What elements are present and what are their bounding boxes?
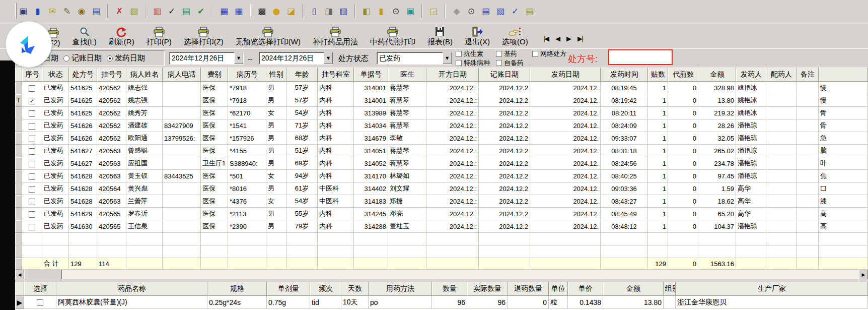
row-selector[interactable] <box>15 119 22 132</box>
pm-doc-icon[interactable]: ◪ <box>285 5 297 17</box>
print-button[interactable]: 打印(P) <box>144 26 174 47</box>
refresh-button[interactable]: 刷新(R) <box>107 26 136 47</box>
scroll-left-button[interactable]: ◀ <box>15 270 24 279</box>
row-selector[interactable] <box>15 220 22 233</box>
nav-prev-button[interactable]: ◀ <box>555 35 559 42</box>
cell: 541626 <box>69 119 97 132</box>
toolbar-drag-handle[interactable] <box>15 3 17 19</box>
thermometer-icon[interactable]: ▮ <box>375 5 387 17</box>
total-cell <box>530 258 601 270</box>
nav-next-button[interactable]: ▶ <box>566 35 570 42</box>
cell <box>797 132 819 145</box>
checkbox-self-provided-drug[interactable]: 自备药 <box>496 58 532 68</box>
row-checkbox[interactable] <box>29 123 35 130</box>
row-selector[interactable] <box>15 82 22 94</box>
cards-icon[interactable]: ▧ <box>494 5 507 17</box>
rx-number-input[interactable] <box>608 49 673 65</box>
cell <box>163 145 201 157</box>
floating-assistant-logo[interactable] <box>6 22 51 67</box>
row-selector[interactable] <box>15 132 22 145</box>
calendar-search-icon[interactable]: ▦ <box>233 5 245 17</box>
total-cell <box>126 258 163 270</box>
date-from-select[interactable]: 2024年12月26日 ▼ <box>169 52 244 65</box>
rx-status-dropdown-button[interactable]: ▼ <box>443 52 452 64</box>
folder-search-icon[interactable]: ◨ <box>323 5 335 17</box>
doc-check2-icon[interactable]: ✓ <box>509 5 521 17</box>
checkbox-special-disease[interactable]: 特殊病种 <box>456 58 496 68</box>
window-find-icon[interactable]: ▥ <box>337 5 349 17</box>
clipboard-add-icon[interactable]: ▤ <box>180 5 192 17</box>
scrollbar-thumb[interactable] <box>25 270 62 279</box>
doc-approve-icon[interactable]: ✔ <box>195 5 207 17</box>
mail-check-icon[interactable]: ✉ <box>46 5 58 17</box>
row-checkbox[interactable] <box>29 161 35 167</box>
device-icon[interactable]: ▣ <box>17 5 29 17</box>
cube-icon[interactable]: ◆ <box>451 5 463 17</box>
horizontal-scrollbar[interactable]: ◀ ▶ <box>15 270 868 279</box>
row-checkbox[interactable]: ✓ <box>29 98 35 104</box>
cell: 已发药 <box>42 94 69 107</box>
row-checkbox[interactable] <box>29 148 35 155</box>
calendar-edit-icon[interactable]: ▦ <box>218 5 230 17</box>
row-selector[interactable] <box>15 157 22 170</box>
rx-status-select[interactable]: 已发药 ▼ <box>377 52 452 65</box>
row-selector[interactable] <box>15 145 22 157</box>
zoom-icon[interactable]: ⊙ <box>465 5 477 17</box>
cell: 65.20 <box>698 208 736 220</box>
magnifier-icon[interactable]: ⊙ <box>390 5 402 17</box>
folder-print-icon[interactable]: ◧ <box>360 5 373 17</box>
exit-button[interactable]: 退出(X) <box>463 26 492 47</box>
date-to-dropdown-button[interactable]: ▼ <box>324 52 333 64</box>
row-checkbox[interactable] <box>29 199 35 205</box>
row-checkbox[interactable] <box>29 224 35 230</box>
records-icon[interactable]: ▤ <box>480 5 492 17</box>
row-selector[interactable] <box>15 195 22 208</box>
checkbox-antibiotic[interactable]: 抗生素 <box>456 49 496 58</box>
radio-dispense-date[interactable]: 发药日期 <box>107 53 145 63</box>
clipboard-out-icon[interactable]: ▥ <box>151 5 163 17</box>
row-selector[interactable] <box>15 208 22 220</box>
row-selector[interactable] <box>15 107 22 119</box>
binoculars-icon[interactable]: ◉ <box>76 5 88 17</box>
clipboard-send-icon[interactable]: ▤ <box>524 5 536 17</box>
row-checkbox[interactable] <box>37 299 43 306</box>
find-button[interactable]: 查找(L) <box>70 26 99 47</box>
export-doc-icon[interactable]: ◲ <box>427 5 440 17</box>
row-checkbox[interactable] <box>29 85 35 92</box>
nav-last-button[interactable]: ▶| <box>577 35 583 42</box>
row-checkbox[interactable] <box>29 211 35 218</box>
options-button[interactable]: 选项(O) <box>500 26 530 47</box>
clipboard-chart-icon[interactable]: ▤ <box>90 5 102 17</box>
select-print-button[interactable]: 选择打印(Z) <box>182 26 226 47</box>
tcm-decoction-print-button[interactable]: 中药代煎打印 <box>368 26 417 47</box>
doc-edit-icon[interactable]: ✎ <box>61 5 73 17</box>
teal-panel-icon[interactable]: ▣ <box>404 5 416 17</box>
bottle-icon[interactable]: ▮ <box>32 5 44 17</box>
nav-first-button[interactable]: |◀ <box>543 35 548 42</box>
radio-booking-date[interactable]: 记账日期 <box>63 53 102 63</box>
new-image-icon[interactable]: ▨ <box>128 5 140 17</box>
date-from-dropdown-button[interactable]: ▼ <box>234 52 243 64</box>
row-selector[interactable]: ▶ <box>15 296 24 309</box>
cell: 医保 <box>201 132 228 145</box>
pixel-grid-icon[interactable]: ▩ <box>256 5 268 17</box>
row-checkbox[interactable] <box>29 173 35 180</box>
reprint-drug-usage-button[interactable]: 补打药品用法 <box>311 26 360 47</box>
cell: 林璐如 <box>388 170 426 182</box>
cell <box>163 82 201 94</box>
row-checkbox[interactable] <box>29 136 35 142</box>
date-to-select[interactable]: 2024年12月26日 ▼ <box>259 52 333 65</box>
checkbox-basic-drug[interactable]: 基药 <box>496 49 532 58</box>
trash-icon[interactable]: ▯ <box>308 5 320 17</box>
doc-cancel-icon[interactable]: ✗ <box>113 5 125 17</box>
bell-icon[interactable]: ● <box>270 5 282 17</box>
row-checkbox[interactable] <box>29 186 35 193</box>
row-selector[interactable]: I <box>15 94 22 107</box>
row-selector[interactable] <box>15 182 22 195</box>
row-checkbox[interactable] <box>29 110 35 117</box>
check-doc-icon[interactable]: ✓ <box>166 5 178 17</box>
no-preview-select-print-button[interactable]: 无预览选择打印(W) <box>234 26 303 47</box>
scroll-right-button[interactable]: ▶ <box>859 270 868 279</box>
report-button[interactable]: 报表(B) <box>425 26 455 47</box>
row-selector[interactable] <box>15 170 22 182</box>
